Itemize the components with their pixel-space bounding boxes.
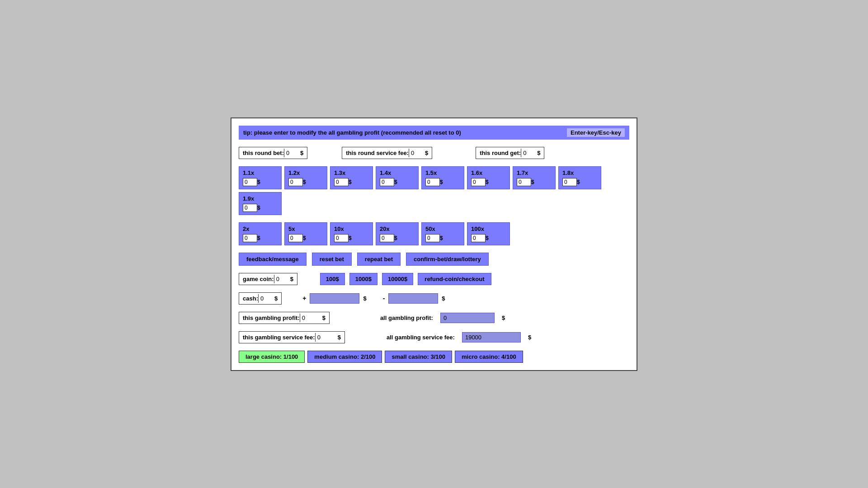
cash-add-input[interactable] [310, 293, 359, 304]
round-get-input[interactable] [521, 149, 537, 157]
tip-bar: tip: please enter to modify the all gamb… [239, 126, 629, 140]
mult-5x-input[interactable] [288, 234, 303, 242]
cash-box: cash: $ [239, 292, 282, 305]
cash-label: cash: [243, 295, 258, 302]
casino-bottom-bar: large casino: 1/100 medium casino: 2/100… [239, 351, 629, 363]
repeat-bet-button[interactable]: repeat bet [357, 253, 401, 266]
cash-add-dollar: $ [363, 295, 366, 302]
this-profit-label: this gambling profit: [243, 314, 300, 321]
coin-1000-button[interactable]: 1000$ [349, 273, 377, 285]
this-fee-label: this gambling service fee: [243, 334, 315, 341]
mult-100x[interactable]: 100x $ [467, 222, 510, 245]
mult-1.1x-dollar: $ [257, 179, 260, 185]
coin-10000-button[interactable]: 10000$ [382, 273, 413, 285]
cash-sub-input[interactable] [388, 293, 438, 304]
round-fee-dollar: $ [425, 150, 428, 156]
mult-1.9x-input[interactable] [243, 204, 257, 212]
all-fee-input[interactable] [462, 332, 521, 343]
mult-1.3x-input[interactable] [334, 178, 349, 186]
mult-1.3x[interactable]: 1.3x $ [330, 166, 373, 189]
game-coin-dollar: $ [290, 276, 293, 282]
mult-2x[interactable]: 2x $ [239, 222, 282, 245]
feedback-button[interactable]: feedback/message [239, 253, 307, 266]
mult-1.4x-input[interactable] [380, 178, 394, 186]
medium-casino-button[interactable]: medium casino: 2/100 [307, 351, 382, 363]
mult-10x-input[interactable] [334, 234, 349, 242]
mult-1.5x-input[interactable] [425, 178, 440, 186]
mult-1.2x[interactable]: 1.2x $ [284, 166, 327, 189]
mult-1.6x[interactable]: 1.6x $ [467, 166, 510, 189]
this-profit-box: this gambling profit: $ [239, 312, 330, 324]
large-casino-button[interactable]: large casino: 1/100 [239, 351, 305, 363]
cash-dollar: $ [274, 295, 278, 302]
multiplier-row1: 1.1x $ 1.2x $ 1.3x $ 1.4x $ [239, 166, 629, 215]
round-get-box: this round get: $ [476, 147, 544, 159]
mult-10x[interactable]: 10x $ [330, 222, 373, 245]
reset-bet-button[interactable]: reset bet [312, 253, 352, 266]
cash-plus: + [302, 295, 306, 302]
mult-1.1x-input[interactable] [243, 178, 257, 186]
mult-1.1x-label: 1.1x [243, 169, 278, 176]
mult-2x-input[interactable] [243, 234, 257, 242]
mult-5x[interactable]: 5x $ [284, 222, 327, 245]
mult-1.1x[interactable]: 1.1x $ [239, 166, 282, 189]
main-container: tip: please enter to modify the all gamb… [231, 117, 637, 371]
game-coin-row: game coin: $ 100$ 1000$ 10000$ refund-co… [239, 273, 629, 285]
mult-20x-input[interactable] [380, 234, 394, 242]
cash-row: cash: $ + $ - $ [239, 292, 629, 305]
this-profit-input[interactable] [300, 314, 322, 322]
mult-1.8x-input[interactable] [562, 178, 577, 186]
mult-1.8x[interactable]: 1.8x $ [558, 166, 601, 189]
coin-100-button[interactable]: 100$ [320, 273, 345, 285]
refund-button[interactable]: refund-coin/checkout [418, 273, 491, 285]
all-profit-label: all gambling profit: [380, 314, 433, 321]
cash-input[interactable] [258, 294, 274, 303]
small-casino-button[interactable]: small casino: 3/100 [385, 351, 452, 363]
all-fee-dollar: $ [528, 334, 531, 341]
round-info-row: this round bet: $ this round service fee… [239, 147, 629, 159]
all-profit-input[interactable] [440, 313, 495, 323]
mult-1.4x[interactable]: 1.4x $ [376, 166, 419, 189]
round-bet-input[interactable] [284, 149, 300, 157]
action-buttons-row: feedback/message reset bet repeat bet co… [239, 253, 629, 266]
micro-casino-button[interactable]: micro casino: 4/100 [455, 351, 523, 363]
mult-50x-input[interactable] [425, 234, 440, 242]
round-bet-box: this round bet: $ [239, 147, 307, 159]
round-bet-label: this round bet: [243, 150, 284, 156]
tip-text: tip: please enter to modify the all gamb… [243, 129, 461, 136]
this-fee-box: this gambling service fee: $ [239, 331, 345, 343]
round-fee-box: this round service fee: $ [342, 147, 432, 159]
fee-row: this gambling service fee: $ all gamblin… [239, 331, 629, 343]
all-fee-label: all gambling service fee: [387, 334, 455, 341]
mult-1.5x[interactable]: 1.5x $ [421, 166, 464, 189]
game-coin-box: game coin: $ [239, 273, 297, 285]
mult-1.2x-label: 1.2x [288, 169, 323, 176]
mult-100x-input[interactable] [471, 234, 486, 242]
round-bet-dollar: $ [300, 150, 303, 156]
mult-1.2x-input[interactable] [288, 178, 303, 186]
tip-key: Enter-key/Esc-key [567, 128, 625, 137]
profit-row: this gambling profit: $ all gambling pro… [239, 312, 629, 324]
round-get-label: this round get: [480, 150, 521, 156]
mult-1.7x[interactable]: 1.7x $ [513, 166, 556, 189]
all-profit-dollar: $ [502, 314, 505, 321]
multiplier-row2: 2x $ 5x $ 10x $ 20x $ [239, 222, 629, 245]
round-fee-label: this round service fee: [346, 150, 409, 156]
mult-20x[interactable]: 20x $ [376, 222, 419, 245]
cash-sub-dollar: $ [442, 295, 445, 302]
cash-minus: - [383, 295, 385, 302]
round-fee-input[interactable] [409, 149, 425, 157]
game-coin-input[interactable] [274, 275, 290, 283]
mult-1.6x-input[interactable] [471, 178, 486, 186]
game-coin-label: game coin: [243, 276, 274, 282]
mult-50x[interactable]: 50x $ [421, 222, 464, 245]
this-fee-input[interactable] [315, 333, 338, 342]
confirm-bet-button[interactable]: confirm-bet/draw/lottery [406, 253, 489, 266]
round-get-dollar: $ [537, 150, 540, 156]
mult-1.9x[interactable]: 1.9x $ [239, 192, 282, 215]
mult-1.7x-input[interactable] [517, 178, 531, 186]
